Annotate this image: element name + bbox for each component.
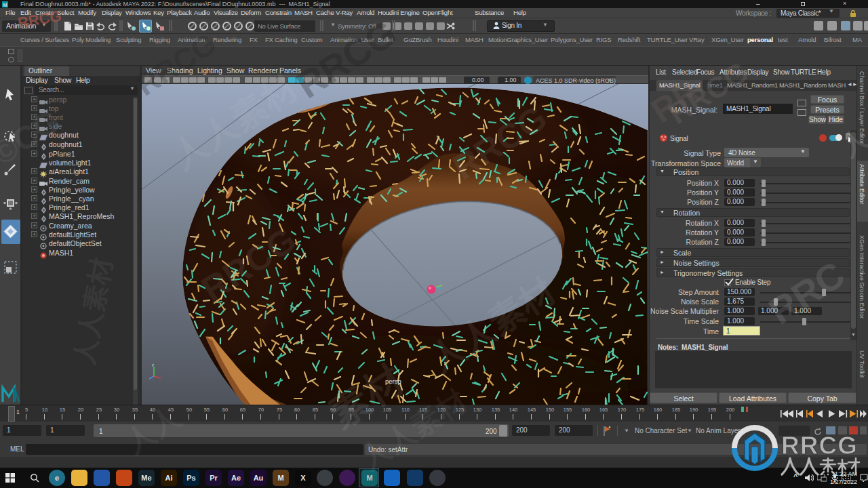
svg-text:y: y	[152, 363, 154, 367]
svg-text:M: M	[3, 3, 7, 7]
svg-text:RRCG: RRCG	[781, 432, 858, 460]
